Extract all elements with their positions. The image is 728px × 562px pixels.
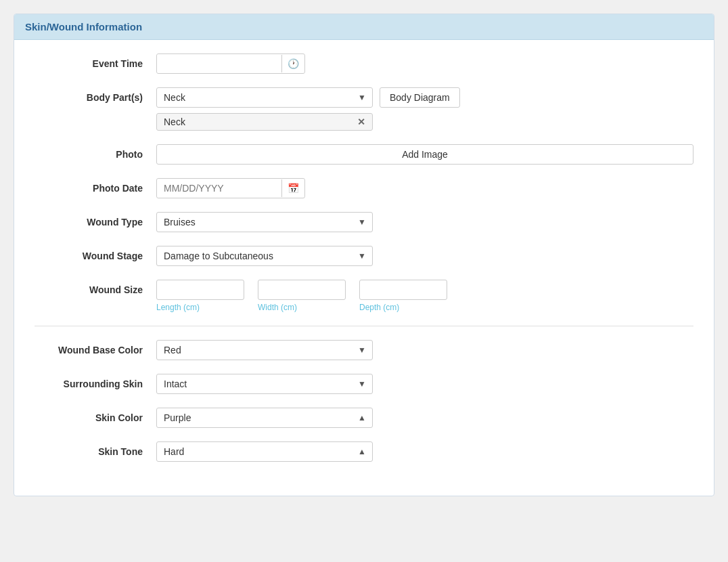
calendar-icon-btn[interactable]: 📅 (281, 179, 304, 197)
photo-controls: Add Image (156, 144, 693, 165)
photo-date-input[interactable] (157, 179, 281, 198)
body-diagram-button[interactable]: Body Diagram (380, 87, 460, 108)
form-body: Event Time 11:38 am 🕐 Body Part(s) Neck … (14, 40, 714, 496)
body-parts-tag-text: Neck (164, 116, 185, 127)
skin-tone-row: Skin Tone Hard Soft Firm Boggy ▲ (35, 441, 693, 462)
photo-date-controls: 📅 (156, 178, 693, 198)
photo-row: Photo Add Image (35, 144, 693, 165)
body-parts-tag: Neck ✕ (156, 113, 373, 131)
wound-base-color-row: Wound Base Color Red Yellow Black Pink W… (35, 340, 693, 360)
wound-type-select-wrapper: Bruises Cut Laceration Abrasion Burn ▼ (156, 212, 373, 232)
skin-tone-label: Skin Tone (35, 441, 156, 457)
wound-width-field: 1 Width (cm) (258, 280, 346, 312)
body-parts-controls: Neck Arm Leg ▼ Body Diagram Neck ✕ (156, 87, 693, 131)
photo-date-row: Photo Date 📅 (35, 178, 693, 198)
skin-tone-select[interactable]: Hard Soft Firm Boggy (156, 441, 373, 462)
event-time-controls: 11:38 am 🕐 (156, 53, 693, 74)
wound-type-label: Wound Type (35, 212, 156, 228)
body-parts-select-wrapper: Neck Arm Leg ▼ (156, 87, 373, 108)
skin-wound-form: Skin/Wound Information Event Time 11:38 … (14, 14, 714, 496)
wound-type-select[interactable]: Bruises Cut Laceration Abrasion Burn (156, 212, 373, 232)
clock-icon-btn[interactable]: 🕐 (281, 55, 304, 72)
surrounding-skin-row: Surrounding Skin Intact Macerated Erythe… (35, 374, 693, 394)
wound-stage-row: Wound Stage Damage to Subcutaneous Stage… (35, 246, 693, 266)
skin-color-row: Skin Color Purple Pink Red Brown Yellow … (35, 408, 693, 428)
wound-depth-input[interactable]: 2 (359, 280, 447, 300)
skin-tone-select-wrapper: Hard Soft Firm Boggy ▲ (156, 441, 373, 462)
add-image-button[interactable]: Add Image (156, 144, 693, 165)
surrounding-skin-select[interactable]: Intact Macerated Erythema Edema Indurate… (156, 374, 373, 394)
wound-length-unit: Length (cm) (156, 303, 244, 312)
wound-stage-label: Wound Stage (35, 246, 156, 261)
skin-color-select-wrapper: Purple Pink Red Brown Yellow Black ▲ (156, 408, 373, 428)
event-time-label: Event Time (35, 53, 156, 69)
event-time-input[interactable]: 11:38 am (157, 54, 281, 73)
photo-date-label: Photo Date (35, 178, 156, 194)
form-header: Skin/Wound Information (14, 14, 714, 40)
surrounding-skin-label: Surrounding Skin (35, 374, 156, 389)
wound-base-color-controls: Red Yellow Black Pink White ▼ (156, 340, 693, 360)
wound-base-color-label: Wound Base Color (35, 340, 156, 355)
wound-width-unit: Width (cm) (258, 303, 346, 312)
skin-color-label: Skin Color (35, 408, 156, 423)
wound-depth-unit: Depth (cm) (359, 303, 447, 312)
skin-tone-controls: Hard Soft Firm Boggy ▲ (156, 441, 693, 462)
event-time-row: Event Time 11:38 am 🕐 (35, 53, 693, 74)
event-time-input-wrapper: 11:38 am 🕐 (156, 53, 305, 74)
wound-length-field: 3 Length (cm) (156, 280, 244, 312)
photo-label: Photo (35, 144, 156, 160)
wound-size-controls: 3 Length (cm) 1 Width (cm) 2 Depth (cm) (156, 280, 693, 312)
wound-base-color-select-wrapper: Red Yellow Black Pink White ▼ (156, 340, 373, 360)
form-title: Skin/Wound Information (25, 21, 142, 33)
wound-width-input[interactable]: 1 (258, 280, 346, 300)
body-parts-select[interactable]: Neck Arm Leg (156, 87, 373, 108)
section-divider (35, 326, 693, 326)
skin-color-select[interactable]: Purple Pink Red Brown Yellow Black (156, 408, 373, 428)
wound-type-row: Wound Type Bruises Cut Laceration Abrasi… (35, 212, 693, 232)
surrounding-skin-select-wrapper: Intact Macerated Erythema Edema Indurate… (156, 374, 373, 394)
body-parts-inline: Neck Arm Leg ▼ Body Diagram (156, 87, 693, 108)
surrounding-skin-controls: Intact Macerated Erythema Edema Indurate… (156, 374, 693, 394)
wound-depth-field: 2 Depth (cm) (359, 280, 447, 312)
body-parts-tag-close[interactable]: ✕ (357, 116, 365, 127)
wound-type-controls: Bruises Cut Laceration Abrasion Burn ▼ (156, 212, 693, 232)
body-parts-label: Body Part(s) (35, 87, 156, 103)
wound-stage-controls: Damage to Subcutaneous Stage I Stage II … (156, 246, 693, 266)
wound-stage-select-wrapper: Damage to Subcutaneous Stage I Stage II … (156, 246, 373, 266)
wound-length-input[interactable]: 3 (156, 280, 244, 300)
wound-base-color-select[interactable]: Red Yellow Black Pink White (156, 340, 373, 360)
wound-size-label: Wound Size (35, 280, 156, 295)
wound-size-inputs: 3 Length (cm) 1 Width (cm) 2 Depth (cm) (156, 280, 693, 312)
wound-size-row: Wound Size 3 Length (cm) 1 Width (cm) 2 … (35, 280, 693, 312)
wound-stage-select[interactable]: Damage to Subcutaneous Stage I Stage II … (156, 246, 373, 266)
body-parts-row: Body Part(s) Neck Arm Leg ▼ Body Diagram… (35, 87, 693, 131)
skin-color-controls: Purple Pink Red Brown Yellow Black ▲ (156, 408, 693, 428)
photo-date-input-wrapper: 📅 (156, 178, 305, 198)
